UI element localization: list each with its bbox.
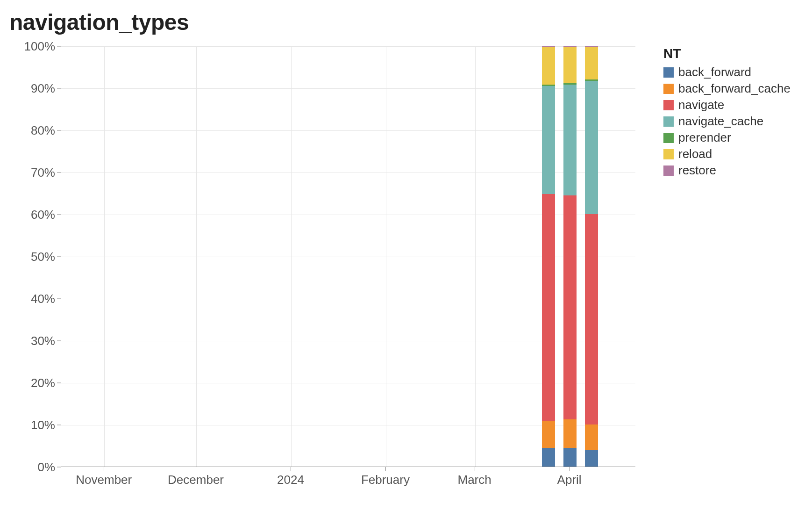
x-tick-mark	[104, 467, 104, 471]
legend-label: prerender	[678, 130, 731, 145]
y-tick-label: 60%	[13, 208, 55, 222]
legend-item-navigate_cache[interactable]: navigate_cache	[663, 114, 791, 129]
gridline-vertical	[386, 46, 386, 467]
legend-item-prerender[interactable]: prerender	[663, 130, 791, 145]
stacked-bar	[585, 46, 598, 467]
legend-swatch	[663, 100, 674, 110]
bar-segment-back_forward_cache	[542, 421, 555, 448]
y-tick-mark	[57, 467, 61, 468]
y-tick-label: 20%	[13, 376, 55, 390]
x-tick-mark	[570, 467, 570, 471]
legend-item-restore[interactable]: restore	[663, 163, 791, 178]
stacked-bar	[542, 46, 555, 467]
y-tick-label: 90%	[13, 81, 55, 96]
chart-title: navigation_types	[9, 9, 812, 35]
bar-segment-navigate_cache	[542, 86, 555, 194]
y-tick-label: 30%	[13, 334, 55, 348]
bar-segment-prerender	[585, 79, 598, 81]
legend-label: reload	[678, 147, 712, 161]
bar-segment-back_forward	[542, 448, 555, 467]
legend-item-back_forward_cache[interactable]: back_forward_cache	[663, 81, 791, 96]
y-tick-label: 50%	[13, 250, 55, 264]
x-tick-label: March	[457, 473, 491, 487]
x-tick-mark	[196, 467, 196, 471]
x-tick-label: 2024	[277, 473, 304, 487]
x-axis: NovemberDecember2024FebruaryMarchApril	[61, 467, 635, 495]
chart-body: 0%10%20%30%40%50%60%70%80%90%100% Novemb…	[9, 46, 812, 495]
chart-container: navigation_types 0%10%20%30%40%50%60%70%…	[9, 9, 812, 518]
y-axis: 0%10%20%30%40%50%60%70%80%90%100%	[9, 46, 61, 467]
y-tick-label: 40%	[13, 292, 55, 306]
y-tick-mark	[57, 341, 61, 341]
x-tick-mark	[291, 467, 291, 471]
bar-segment-back_forward	[563, 448, 577, 467]
gridline-vertical	[196, 46, 197, 467]
y-tick-label: 0%	[13, 460, 55, 475]
legend-swatch	[663, 149, 674, 159]
y-tick-label: 80%	[13, 123, 55, 138]
legend-items: back_forwardback_forward_cachenavigatena…	[663, 65, 791, 178]
bar-segment-restore	[585, 46, 598, 47]
legend-swatch	[663, 165, 674, 176]
x-tick-label: December	[168, 473, 224, 487]
y-tick-mark	[57, 130, 61, 131]
bar-segment-reload	[585, 47, 598, 79]
stacked-bar	[563, 46, 577, 467]
legend-label: navigate_cache	[678, 114, 763, 129]
bar-segment-prerender	[563, 83, 577, 85]
x-tick-mark	[475, 467, 475, 471]
gridline-vertical	[291, 46, 292, 467]
x-tick-label: November	[76, 473, 132, 487]
gridline-vertical	[104, 46, 105, 467]
bar-segment-navigate_cache	[563, 85, 577, 195]
bar-segment-reload	[563, 47, 577, 83]
legend-label: back_forward_cache	[678, 81, 791, 96]
legend: NT back_forwardback_forward_cachenavigat…	[663, 46, 791, 180]
bar-segment-back_forward	[585, 450, 598, 467]
bar-segment-navigate	[542, 194, 555, 421]
legend-item-back_forward[interactable]: back_forward	[663, 65, 791, 79]
legend-title: NT	[663, 46, 791, 61]
x-tick-mark	[385, 467, 386, 471]
x-tick-label: February	[361, 473, 410, 487]
y-tick-label: 70%	[13, 165, 55, 180]
legend-item-reload[interactable]: reload	[663, 147, 791, 161]
legend-item-navigate[interactable]: navigate	[663, 98, 791, 112]
bar-segment-navigate_cache	[585, 81, 598, 214]
bar-segment-navigate	[585, 214, 598, 424]
x-tick-label: April	[557, 473, 582, 487]
legend-label: navigate	[678, 98, 724, 112]
legend-swatch	[663, 67, 674, 78]
y-tick-mark	[57, 257, 61, 257]
plot: 0%10%20%30%40%50%60%70%80%90%100% Novemb…	[9, 46, 645, 495]
bar-segment-reload	[542, 47, 555, 85]
plot-area	[61, 46, 635, 467]
y-tick-label: 10%	[13, 418, 55, 432]
y-tick-mark	[57, 215, 61, 215]
legend-swatch	[663, 133, 674, 143]
y-tick-mark	[57, 173, 61, 173]
bar-segment-back_forward_cache	[585, 424, 598, 450]
legend-swatch	[663, 84, 674, 94]
legend-label: back_forward	[678, 65, 751, 79]
legend-swatch	[663, 116, 674, 127]
gridline-vertical	[475, 46, 476, 467]
bar-segment-prerender	[542, 85, 555, 86]
bar-segment-restore	[563, 46, 577, 47]
y-tick-mark	[57, 46, 61, 47]
y-tick-mark	[57, 299, 61, 299]
y-tick-label: 100%	[13, 39, 55, 54]
y-tick-mark	[57, 383, 61, 383]
y-tick-mark	[57, 425, 61, 425]
bar-segment-back_forward_cache	[563, 419, 577, 447]
bar-segment-navigate	[563, 195, 577, 420]
y-tick-mark	[57, 88, 61, 89]
bar-segment-restore	[542, 46, 555, 47]
legend-label: restore	[678, 163, 716, 178]
